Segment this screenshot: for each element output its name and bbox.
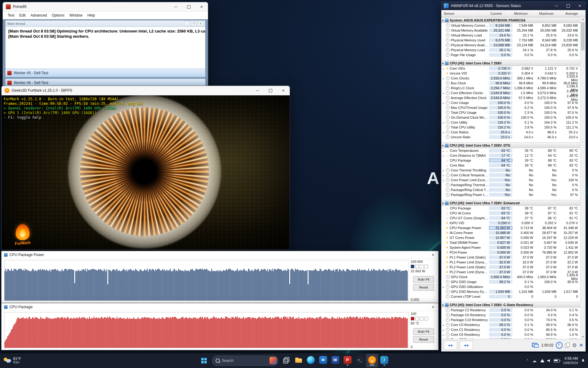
- hidden-icons-chevron[interactable]: ⌃: [526, 359, 529, 363]
- collapse-icon[interactable]: [442, 144, 444, 147]
- expand-icon[interactable]: [442, 130, 445, 134]
- reset-button[interactable]: Reset: [413, 336, 434, 343]
- sensor-row[interactable]: Core C1 Residency0.0 %0.0 %85.5 %0.6 %: [441, 327, 580, 332]
- column-average[interactable]: Average: [556, 12, 580, 15]
- series-swatches[interactable]: [410, 265, 428, 268]
- minimize-icon[interactable]: [169, 2, 182, 11]
- sensor-row[interactable]: Core C0 Residency99.2 %0.1 %99.9 %96.9 %: [441, 322, 580, 327]
- taskbar-app-prime95[interactable]: P: [341, 354, 354, 367]
- expand-icon[interactable]: [442, 338, 445, 339]
- series-color-swatch[interactable]: [411, 265, 414, 268]
- close-icon[interactable]: [277, 86, 290, 95]
- sensor-row[interactable]: System Agent Power0.939 W0.023 W3.720 W1…: [441, 245, 580, 250]
- expand-icon[interactable]: [442, 328, 445, 332]
- close-sensors-icon[interactable]: [579, 343, 583, 348]
- sensor-row[interactable]: Physical Memory Used8,379 MB7,753 MB8,94…: [441, 38, 580, 43]
- sensor-row[interactable]: CPU IA Cores83 °C38 °C87 °C81 °C: [441, 211, 580, 216]
- taskbar-app-edge[interactable]: [305, 354, 317, 367]
- restore-icon[interactable]: [264, 86, 277, 95]
- sensor-row[interactable]: GPU Clock1,950.0 MHz400.0 MHz1,950.0 MHz…: [441, 274, 580, 279]
- sensor-row[interactable]: Virtual Memory Committed8,194 MB7,549 MB…: [441, 23, 580, 28]
- sensor-row[interactable]: Core Clocks2,556.6 MHz399.1 MHz4,789.0 M…: [441, 76, 580, 81]
- sensor-group-header[interactable]: CPU [#0]: Intel Core Ultra 7 258V: [441, 60, 580, 66]
- maximize-icon[interactable]: [562, 2, 574, 10]
- sensor-row[interactable]: PCH Power0.000 W0.000 W76.885 W12.802 W: [441, 250, 580, 255]
- series-color-swatch[interactable]: [424, 265, 428, 268]
- sensor-row[interactable]: Core Max84 °C39 °C88 °C82 °C: [441, 163, 580, 168]
- scrollbar[interactable]: ▲ ▼: [580, 17, 586, 339]
- minimize-icon[interactable]: –: [184, 21, 190, 26]
- furmark-titlebar[interactable]: Geeks3D FurMark v1.25.1.0 - 58FPS: [2, 86, 290, 95]
- sensor-row[interactable]: Total CPU Utility116.2 %2.8 %150.5 %111.…: [441, 125, 580, 130]
- sensor-row[interactable]: CPU Package84 °C39 °C88 °C83 °C: [441, 158, 580, 163]
- close-icon[interactable]: [195, 2, 208, 11]
- menu-window[interactable]: Window: [67, 13, 85, 17]
- sensor-row[interactable]: Core Distance to TjMAX17 °C12 °C64 °C20 …: [441, 153, 580, 158]
- close-icon[interactable]: ✕: [198, 21, 203, 26]
- expand-icon[interactable]: [442, 323, 445, 327]
- weather-widget[interactable]: 61°F Rain: [4, 353, 21, 368]
- sensor-row[interactable]: Physical Memory Load26.1 %24.1 %27.8 %25…: [441, 48, 580, 52]
- sensor-row[interactable]: Package C6 Residency0.0 %0.0 %6.9 %0.4 %: [441, 312, 580, 317]
- menu-help[interactable]: Help: [85, 13, 97, 17]
- sensor-row[interactable]: Total DRAM Power0.627 W0.021 W0.667 W0.5…: [441, 240, 580, 245]
- quick-settings[interactable]: [540, 359, 560, 362]
- sensor-row[interactable]: IA Cores Power15.688 W0.400 W28.877 W15.…: [441, 230, 580, 235]
- series-color-swatch[interactable]: [415, 265, 419, 268]
- sensor-group-header[interactable]: CPU [#0]: Intel Core Ultra 7 258V: C-Sta…: [441, 302, 580, 308]
- expand-icon[interactable]: [442, 149, 445, 152]
- sensor-row[interactable]: PL1 Power Limit (Static)37.0 W37.0 W37.0…: [441, 255, 580, 260]
- expand-icon[interactable]: [442, 333, 445, 336]
- expand-icon[interactable]: [442, 91, 445, 95]
- sensor-row[interactable]: Core VIDs0.730 V0.582 V1.131 V0.731 V: [441, 66, 580, 71]
- menu-options[interactable]: Options: [49, 13, 67, 17]
- sensor-row[interactable]: CPU Package83 °C38 °C87 °C82 °C: [441, 206, 580, 211]
- hwinfo-titlebar[interactable]: HWiNFO® 64 v8.12-5555 - Sensors Status: [441, 2, 586, 10]
- sensor-row[interactable]: Core Power Limit Excee...YesNoYes100 %: [441, 178, 580, 182]
- prev-page-button[interactable]: ◀▶: [444, 341, 457, 350]
- expand-icon[interactable]: [442, 76, 445, 80]
- sensor-row[interactable]: Virtual Memory Load24.0 %22.1 %25.9 %23.…: [441, 33, 580, 38]
- sensor-row[interactable]: CPU Package Power31.663 W0.713 W38.404 W…: [441, 225, 580, 230]
- graph-titlebar[interactable]: CPU Package ✕: [2, 303, 438, 311]
- sensor-row[interactable]: PL1 Power Limit (Dynamic)32.0 W32.0 W37.…: [441, 260, 580, 265]
- sensor-row[interactable]: Max CPU/Thread Usage100.0 %6.2 %100.0 %9…: [441, 105, 580, 110]
- sensor-row[interactable]: GT Cores Power12.857 W0.000 W16.297 W12.…: [441, 235, 580, 240]
- sensor-row[interactable]: Package/Ring Critical Temp...NoNoNo0 %: [441, 187, 580, 192]
- minimize-icon[interactable]: [251, 86, 264, 95]
- menu-test[interactable]: Test: [5, 13, 17, 17]
- graph-titlebar[interactable]: CPU Package Power ✕: [2, 251, 438, 259]
- collapse-icon[interactable]: [442, 201, 444, 205]
- settings-gear-icon[interactable]: [572, 342, 577, 349]
- close-icon[interactable]: ✕: [428, 253, 438, 257]
- minimize-icon[interactable]: [551, 2, 562, 10]
- sensor-row[interactable]: On-Demand Clock Modulation100.0 %100.0 %…: [441, 115, 580, 120]
- close-icon[interactable]: [574, 2, 586, 10]
- series-color-swatch[interactable]: [415, 317, 419, 320]
- expand-icon[interactable]: [442, 178, 445, 182]
- onedrive-cloud-icon[interactable]: ☁: [532, 358, 537, 363]
- taskbar-app-word[interactable]: W: [329, 354, 341, 367]
- main-thread-titlebar[interactable]: Main thread – ❐ ✕: [6, 21, 205, 27]
- sensor-row[interactable]: Physical Memory Available23,688 MB23,124…: [441, 43, 580, 48]
- series-color-swatch[interactable]: [420, 265, 424, 268]
- scroll-up-icon[interactable]: ▲: [580, 18, 586, 21]
- sensor-row[interactable]: CPU GT Cores (Graphics)84 °C37 °C86 °C81…: [441, 216, 580, 220]
- collapse-icon[interactable]: [442, 18, 444, 22]
- scrollbar-thumb[interactable]: [581, 22, 585, 50]
- expand-icon[interactable]: [442, 121, 445, 124]
- taskbar-app-terminal[interactable]: >_: [354, 354, 366, 367]
- series-color-swatch[interactable]: [420, 317, 424, 320]
- menu-edit[interactable]: Edit: [17, 13, 28, 17]
- sensor-row[interactable]: GPU D3D Usage99.2 %0.1 %100.0 %95.8 %: [441, 279, 580, 284]
- taskbar-app-hwinfo[interactable]: i: [378, 354, 390, 367]
- reset-button[interactable]: Reset: [413, 284, 434, 291]
- expand-icon[interactable]: [442, 168, 445, 172]
- maximize-icon[interactable]: [182, 2, 195, 11]
- series-swatches[interactable]: [410, 317, 428, 320]
- search-box[interactable]: Search: [212, 355, 278, 366]
- series-color-swatch[interactable]: [424, 317, 428, 320]
- clock-widget[interactable]: 4:56 AM 10/8/2024: [563, 356, 578, 365]
- next-page-button[interactable]: ◀▶: [460, 341, 473, 350]
- sensor-row[interactable]: Total CPU Usage100.0 %2.3 %100.0 %97.6 %: [441, 110, 580, 115]
